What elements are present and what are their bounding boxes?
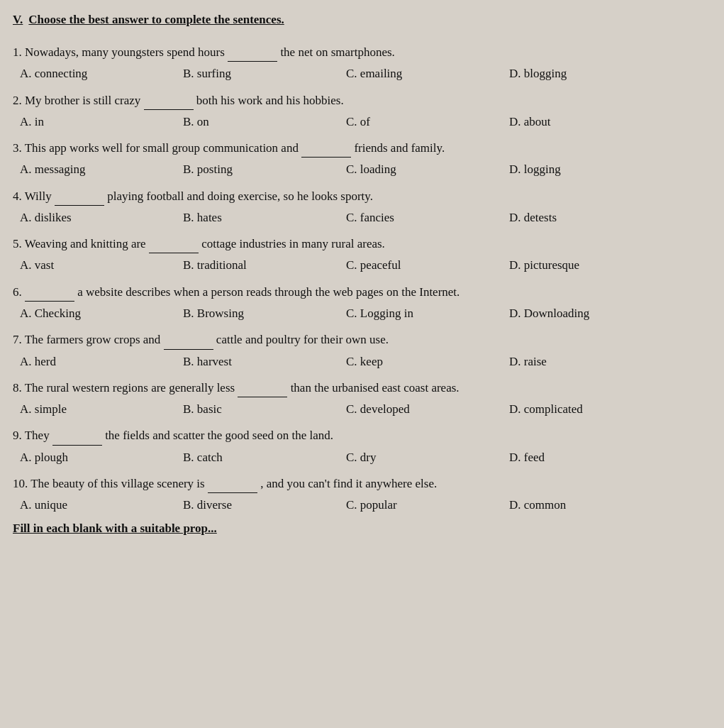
- answer-option-10-3[interactable]: C. popular: [346, 495, 488, 514]
- option-text: vast: [35, 258, 54, 272]
- answer-option-3-1[interactable]: A. messaging: [20, 160, 162, 179]
- option-letter: A.: [20, 307, 35, 320]
- option-text: dry: [360, 451, 377, 464]
- question-line-3: 3. This app works well for small group c…: [13, 138, 708, 158]
- answer-row-5: A. vastB. traditionalC. peacefulD. pictu…: [13, 255, 708, 275]
- fill-in-title: Fill in each blank with a suitable prop.…: [13, 522, 708, 536]
- option-letter: D.: [509, 498, 524, 512]
- question-num-1: 1.: [13, 45, 25, 59]
- option-text: loading: [360, 162, 396, 176]
- answer-option-2-3[interactable]: C. of: [346, 112, 488, 131]
- answer-option-6-2[interactable]: B. Browsing: [183, 304, 325, 323]
- option-text: unique: [35, 498, 67, 512]
- answer-option-1-2[interactable]: B. surfing: [183, 64, 325, 83]
- option-letter: B.: [183, 498, 197, 512]
- option-letter: C.: [346, 115, 360, 128]
- answer-option-5-1[interactable]: A. vast: [20, 255, 162, 275]
- option-text: Browsing: [197, 307, 244, 320]
- option-text: detests: [524, 211, 557, 224]
- option-text: logging: [524, 162, 561, 176]
- option-letter: D.: [509, 258, 524, 272]
- answer-option-1-1[interactable]: A. connecting: [20, 64, 162, 83]
- answer-option-2-4[interactable]: D. about: [509, 112, 651, 131]
- question-blank-9: [52, 426, 102, 445]
- option-letter: C.: [346, 307, 360, 320]
- answer-option-1-3[interactable]: C. emailing: [346, 64, 488, 83]
- answer-option-10-1[interactable]: A. unique: [20, 495, 162, 514]
- question-num-5: 5.: [13, 237, 25, 250]
- answer-option-9-4[interactable]: D. feed: [509, 448, 651, 467]
- option-text: Checking: [35, 307, 81, 320]
- answer-option-9-3[interactable]: C. dry: [346, 448, 488, 467]
- question-line-9: 9. They the fields and scatter the good …: [13, 426, 708, 445]
- answer-option-7-4[interactable]: D. raise: [509, 352, 651, 371]
- question-line-1: 1. Nowadays, many youngsters spend hours…: [13, 43, 708, 62]
- answer-option-2-1[interactable]: A. in: [20, 112, 162, 131]
- option-text: diverse: [197, 498, 232, 512]
- question-text-after-6: a website describes when a person reads …: [74, 285, 460, 299]
- answer-option-4-3[interactable]: C. fancies: [346, 208, 488, 227]
- question-line-8: 8. The rural western regions are general…: [13, 378, 708, 397]
- question-num-3: 3.: [13, 141, 25, 155]
- answer-option-5-4[interactable]: D. picturesque: [509, 255, 651, 275]
- answer-option-7-3[interactable]: C. keep: [346, 352, 488, 371]
- answer-option-10-4[interactable]: D. common: [509, 495, 651, 514]
- question-text-before-2: My brother is still crazy: [25, 94, 144, 107]
- question-blank-2: [144, 91, 194, 110]
- answer-option-8-3[interactable]: C. developed: [346, 399, 488, 419]
- option-letter: C.: [346, 67, 360, 80]
- answer-option-7-2[interactable]: B. harvest: [183, 352, 325, 371]
- question-text-after-9: the fields and scatter the good seed on …: [102, 429, 333, 442]
- questions-container: 1. Nowadays, many youngsters spend hours…: [13, 43, 708, 514]
- answer-option-5-3[interactable]: C. peaceful: [346, 255, 488, 275]
- option-text: connecting: [35, 67, 88, 80]
- answer-option-3-3[interactable]: C. loading: [346, 160, 488, 179]
- question-block-7: 7. The farmers grow crops and cattle and…: [13, 330, 708, 371]
- question-line-5: 5. Weaving and knitting are cottage indu…: [13, 234, 708, 253]
- answer-option-9-2[interactable]: B. catch: [183, 448, 325, 467]
- option-text: hates: [197, 211, 222, 224]
- option-letter: B.: [183, 258, 197, 272]
- question-text-after-1: the net on smartphones.: [277, 45, 395, 59]
- section-title: Choose the best answer to complete the s…: [28, 13, 284, 27]
- answer-option-7-1[interactable]: A. herd: [20, 352, 162, 371]
- question-text-after-4: playing football and doing exercise, so …: [104, 189, 373, 203]
- answer-row-10: A. uniqueB. diverseC. popularD. common: [13, 495, 708, 514]
- option-text: feed: [524, 451, 545, 464]
- answer-option-4-1[interactable]: A. dislikes: [20, 208, 162, 227]
- answer-option-8-4[interactable]: D. complicated: [509, 399, 651, 419]
- question-text-after-5: cottage industries in many rural areas.: [199, 237, 385, 250]
- answer-row-8: A. simpleB. basicC. developedD. complica…: [13, 399, 708, 419]
- option-letter: D.: [509, 162, 524, 176]
- answer-option-6-3[interactable]: C. Logging in: [346, 304, 488, 323]
- answer-option-3-4[interactable]: D. logging: [509, 160, 651, 179]
- answer-option-2-2[interactable]: B. on: [183, 112, 325, 131]
- question-blank-1: [228, 43, 277, 62]
- answer-row-4: A. dislikesB. hatesC. fanciesD. detests: [13, 208, 708, 227]
- option-text: surfing: [197, 67, 231, 80]
- option-letter: A.: [20, 211, 35, 224]
- answer-row-7: A. herdB. harvestC. keepD. raise: [13, 352, 708, 371]
- question-num-7: 7.: [13, 333, 25, 346]
- answer-option-9-1[interactable]: A. plough: [20, 448, 162, 467]
- question-blank-8: [238, 378, 287, 397]
- answer-option-6-1[interactable]: A. Checking: [20, 304, 162, 323]
- answer-option-8-2[interactable]: B. basic: [183, 399, 325, 419]
- question-num-6: 6.: [13, 285, 25, 299]
- answer-option-4-2[interactable]: B. hates: [183, 208, 325, 227]
- question-block-2: 2. My brother is still crazy both his wo…: [13, 91, 708, 132]
- answer-option-8-1[interactable]: A. simple: [20, 399, 162, 419]
- question-line-2: 2. My brother is still crazy both his wo…: [13, 91, 708, 110]
- answer-option-5-2[interactable]: B. traditional: [183, 255, 325, 275]
- answer-option-3-2[interactable]: B. posting: [183, 160, 325, 179]
- answer-option-4-4[interactable]: D. detests: [509, 208, 651, 227]
- question-blank-10: [208, 474, 257, 493]
- answer-option-10-2[interactable]: B. diverse: [183, 495, 325, 514]
- option-letter: D.: [509, 211, 524, 224]
- answer-option-1-4[interactable]: D. blogging: [509, 64, 651, 83]
- option-letter: A.: [20, 67, 35, 80]
- option-letter: A.: [20, 258, 35, 272]
- answer-row-9: A. ploughB. catchC. dryD. feed: [13, 448, 708, 467]
- option-letter: B.: [183, 162, 197, 176]
- answer-option-6-4[interactable]: D. Downloading: [509, 304, 651, 323]
